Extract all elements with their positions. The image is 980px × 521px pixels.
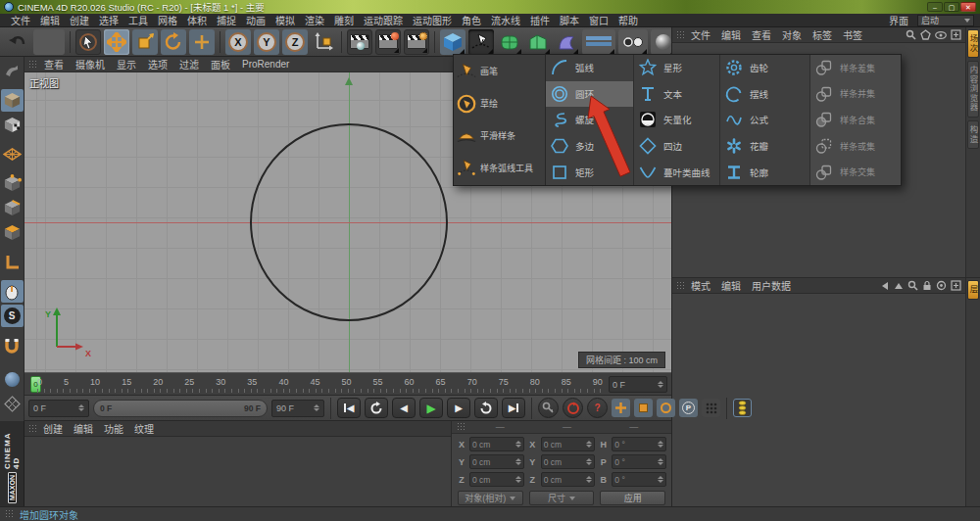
popup-item-text[interactable]: 文本 xyxy=(634,81,719,108)
menu-edit[interactable]: 编辑 xyxy=(35,13,65,27)
goto-end-button[interactable]: ▶ xyxy=(502,398,525,418)
frame-number-field[interactable]: 0 F xyxy=(28,400,89,417)
popup-item-4side[interactable]: 四边 xyxy=(634,133,719,160)
deformer-button[interactable] xyxy=(554,29,579,55)
size-z-field[interactable]: 0 cm xyxy=(541,472,596,487)
om-menu-tags[interactable]: 标签 xyxy=(808,27,837,42)
om-menu-objects[interactable]: 对象 xyxy=(777,27,807,42)
previous-key-button[interactable] xyxy=(365,398,388,418)
render-settings-button[interactable] xyxy=(404,29,429,55)
play-button[interactable]: ▶ xyxy=(419,398,443,418)
generator-button[interactable] xyxy=(525,29,551,55)
popup-item-nside[interactable]: 多边 xyxy=(546,133,633,160)
previous-frame-button[interactable]: ◀ xyxy=(392,398,416,418)
search-icon[interactable] xyxy=(906,29,916,40)
am-menu-edit[interactable]: 编辑 xyxy=(716,278,746,293)
vp-menu-display[interactable]: 显示 xyxy=(112,57,141,71)
mm-menu-edit[interactable]: 编辑 xyxy=(69,421,98,436)
enable-axis-button[interactable] xyxy=(1,251,24,273)
spinner-icon[interactable] xyxy=(658,381,663,388)
menu-plugins[interactable]: 插件 xyxy=(525,13,555,27)
am-menu-user-data[interactable]: 用户数据 xyxy=(747,278,796,293)
size-dropdown-button[interactable]: 尺寸 xyxy=(529,491,595,505)
redo-button[interactable] xyxy=(33,29,65,55)
keying-presets-button[interactable] xyxy=(733,399,752,417)
vp-menu-panel[interactable]: 面板 xyxy=(206,57,235,71)
popup-item-profile[interactable]: 轮廓 xyxy=(720,159,809,185)
menu-mograph[interactable]: 运动图形 xyxy=(408,13,457,27)
add-layer-icon[interactable] xyxy=(951,29,961,40)
menu-create[interactable]: 创建 xyxy=(65,13,94,27)
search-icon[interactable] xyxy=(907,280,918,291)
points-mode-button[interactable] xyxy=(1,172,24,195)
popup-item-vectorizer[interactable]: 矢量化 xyxy=(634,107,719,133)
popup-item-flower[interactable]: 花瓣 xyxy=(720,133,809,160)
vp-menu-filter[interactable]: 过滤 xyxy=(174,57,204,71)
close-button[interactable]: ✕ xyxy=(960,2,976,12)
move-tool-button[interactable] xyxy=(104,29,129,55)
edges-mode-button[interactable] xyxy=(1,197,24,219)
menu-help[interactable]: 帮助 xyxy=(613,13,643,27)
popup-item-spline-or[interactable]: 样条或集 xyxy=(810,133,901,160)
environment-objects-button[interactable] xyxy=(582,29,615,55)
tab-structure[interactable]: 构造 xyxy=(967,120,979,149)
record-position-button[interactable] xyxy=(612,399,630,417)
menu-simulate[interactable]: 模拟 xyxy=(270,13,300,27)
minimize-button[interactable]: – xyxy=(927,2,943,12)
timeline-ruler[interactable]: 0 0510 152025 303540 455055 606570 75808… xyxy=(24,372,671,396)
panel-handle-icon[interactable] xyxy=(28,424,37,434)
undo-button[interactable] xyxy=(5,29,30,55)
popup-item-cogwheel[interactable]: 齿轮 xyxy=(720,55,809,81)
pos-x-field[interactable]: 0 cm xyxy=(469,437,524,451)
eye-icon[interactable] xyxy=(935,30,947,40)
axis-z-lock-button[interactable]: Z xyxy=(282,29,308,55)
menu-motion-tracker[interactable]: 运动跟踪 xyxy=(359,13,408,27)
workplane-mode-button[interactable] xyxy=(1,143,24,166)
popup-item-spline-subtract[interactable]: 样条合集 xyxy=(810,107,901,133)
menu-volume[interactable]: 体积 xyxy=(182,13,212,27)
live-selection-button[interactable] xyxy=(75,29,101,55)
left-extra-button-1[interactable] xyxy=(1,368,24,391)
menu-render[interactable]: 渲染 xyxy=(300,13,329,27)
spinner-icon[interactable] xyxy=(314,404,319,411)
rot-p-field[interactable]: 0 ° xyxy=(612,454,666,469)
popup-item-cissoid[interactable]: 蔓叶类曲线 xyxy=(634,159,719,185)
texture-mode-button[interactable] xyxy=(1,114,24,136)
mm-menu-function[interactable]: 功能 xyxy=(99,421,128,436)
record-pla-button[interactable] xyxy=(702,399,720,417)
axis-y-lock-button[interactable]: Y xyxy=(254,29,279,55)
maximize-button[interactable]: ▢ xyxy=(944,2,959,12)
keyframe-selection-button[interactable]: ? xyxy=(587,398,608,418)
viewport-solo-button[interactable] xyxy=(1,280,24,303)
record-button[interactable] xyxy=(538,398,559,418)
am-menu-mode[interactable]: 模式 xyxy=(686,278,715,293)
popup-item-cycloid[interactable]: 摆线 xyxy=(720,81,809,108)
tab-content-browser[interactable]: 内容浏览器 xyxy=(967,61,979,118)
spline-pen-button[interactable] xyxy=(468,29,494,55)
popup-item-pen[interactable]: 画笔 xyxy=(454,55,545,87)
pos-y-field[interactable]: 0 cm xyxy=(469,454,524,469)
record-rotation-button[interactable] xyxy=(657,399,675,417)
make-editable-button[interactable] xyxy=(1,60,24,82)
next-key-button[interactable] xyxy=(474,398,498,418)
last-tool-button[interactable] xyxy=(189,29,215,55)
popup-item-formula[interactable]: 公式 xyxy=(720,107,809,133)
panel-handle-icon[interactable] xyxy=(676,30,685,40)
popup-item-star[interactable]: 星形 xyxy=(634,55,719,81)
popup-item-spline-intersect[interactable]: 样条交集 xyxy=(810,159,901,185)
rotate-tool-button[interactable] xyxy=(161,29,186,55)
om-menu-bookmarks[interactable]: 书签 xyxy=(838,27,867,42)
size-x-field[interactable]: 0 cm xyxy=(541,437,596,451)
record-scale-button[interactable] xyxy=(634,399,653,417)
lock-icon[interactable] xyxy=(922,280,932,291)
popup-item-spline-difference[interactable]: 样条差集 xyxy=(810,55,901,81)
panel-handle-icon[interactable] xyxy=(457,422,466,432)
vp-menu-options[interactable]: 选项 xyxy=(143,57,172,71)
menu-file[interactable]: 文件 xyxy=(6,13,35,27)
popup-item-sketch[interactable]: 草绘 xyxy=(454,87,545,119)
popup-item-rectangle[interactable]: 矩形 xyxy=(546,159,633,185)
rot-h-field[interactable]: 0 ° xyxy=(612,437,666,451)
rot-b-field[interactable]: 0 ° xyxy=(612,472,666,487)
snap-button[interactable]: S xyxy=(1,305,24,327)
tab-layers[interactable]: 层 xyxy=(967,280,979,300)
